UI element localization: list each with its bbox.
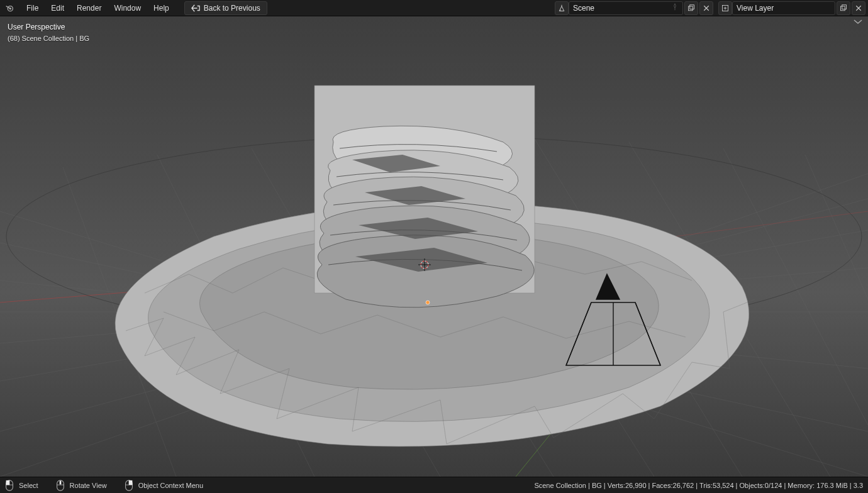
menu-render[interactable]: Render [70, 1, 108, 15]
mouse-middle-icon [56, 480, 65, 491]
menu-window[interactable]: Window [108, 1, 147, 15]
scene-selector-group [554, 1, 713, 15]
mouse-left-icon [5, 480, 14, 491]
scene-statistics: Scene Collection | BG | Verts:26,990 | F… [534, 482, 863, 489]
status-hint-rotate: Rotate View [56, 480, 107, 491]
svg-rect-4 [690, 4, 694, 9]
svg-rect-7 [842, 4, 847, 9]
delete-scene-icon [703, 4, 710, 12]
view-layer-name-field[interactable] [732, 1, 835, 15]
delete-scene-button[interactable] [699, 1, 713, 15]
menu-file[interactable]: File [20, 1, 45, 15]
svg-rect-41 [59, 480, 61, 484]
new-scene-icon [687, 4, 695, 12]
scene-name-field[interactable] [569, 1, 683, 15]
scene-browse-icon [558, 4, 565, 12]
back-arrow-icon [191, 4, 200, 13]
svg-point-2 [560, 9, 561, 11]
back-to-previous-label: Back to Previous [204, 4, 260, 13]
status-hint-select: Select [5, 480, 38, 491]
delete-view-layer-icon [855, 4, 862, 12]
svg-rect-3 [689, 6, 693, 11]
svg-line-24 [805, 155, 868, 299]
delete-view-layer-button[interactable] [852, 1, 865, 15]
3d-viewport[interactable]: User Perspective (68) Scene Collection |… [0, 16, 868, 477]
new-scene-button[interactable] [684, 1, 698, 15]
browse-scene-button[interactable] [555, 1, 569, 15]
pin-scene-icon[interactable] [671, 3, 679, 13]
status-select-label: Select [19, 482, 38, 489]
menu-help[interactable]: Help [147, 1, 175, 15]
new-view-layer-icon [840, 4, 847, 12]
mouse-right-icon [125, 480, 133, 491]
new-view-layer-button[interactable] [837, 1, 850, 15]
browse-view-layer-button[interactable] [718, 1, 732, 15]
status-context-label: Object Context Menu [138, 482, 203, 489]
view-layer-selector-group [717, 1, 865, 15]
blender-logo-icon [3, 1, 16, 15]
viewport-render [0, 16, 868, 477]
scene-name-input[interactable] [573, 4, 667, 13]
view-layer-browse-icon [721, 4, 729, 12]
status-rotate-label: Rotate View [70, 482, 107, 489]
back-to-previous-button[interactable]: Back to Previous [184, 1, 267, 15]
object-origin-icon [426, 301, 430, 304]
svg-rect-6 [841, 6, 845, 11]
status-hint-context-menu: Object Context Menu [125, 480, 203, 491]
view-layer-name-input[interactable] [737, 4, 831, 13]
menu-edit[interactable]: Edit [45, 1, 70, 15]
svg-line-23 [723, 148, 868, 425]
status-bar: Select Rotate View Object Context Menu S… [0, 477, 868, 493]
top-menu-bar: File Edit Render Window Help Back to Pre… [0, 0, 868, 16]
